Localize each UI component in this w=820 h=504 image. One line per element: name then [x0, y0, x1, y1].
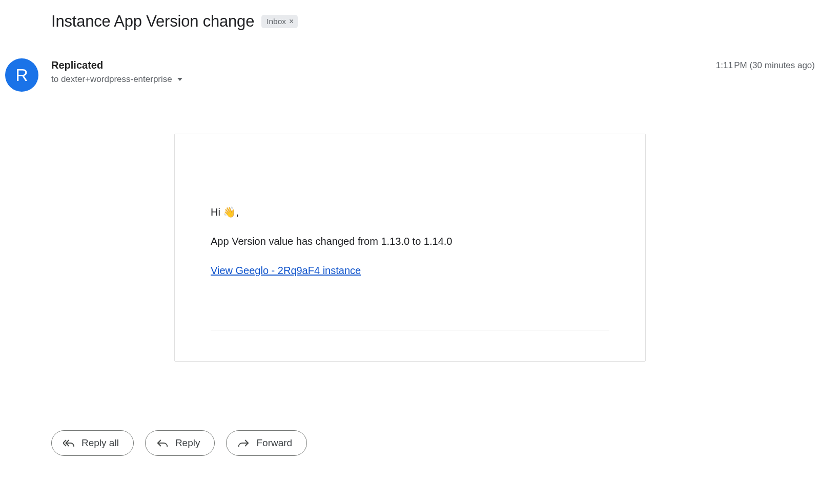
divider	[211, 330, 609, 330]
avatar[interactable]: R	[5, 58, 38, 92]
forward-label: Forward	[256, 437, 292, 449]
subject-row: Instance App Version change Inbox ×	[0, 0, 820, 31]
greeting-line: Hi 👋,	[211, 206, 609, 218]
email-header: R Replicated to dexter+wordpress-enterpr…	[0, 58, 820, 85]
greeting-prefix: Hi	[211, 206, 223, 218]
view-instance-link[interactable]: View Geeglo - 2Rq9aF4 instance	[211, 265, 361, 277]
greeting-suffix: ,	[236, 206, 239, 218]
avatar-letter: R	[15, 65, 28, 85]
reply-all-button[interactable]: Reply all	[51, 430, 134, 456]
timestamp: 1:11 PM (30 minutes ago)	[716, 60, 815, 71]
actions-row: Reply all Reply Forward	[0, 430, 820, 456]
email-subject: Instance App Version change	[51, 12, 254, 31]
reply-button[interactable]: Reply	[145, 430, 215, 456]
chevron-down-icon[interactable]	[177, 78, 182, 81]
inbox-chip[interactable]: Inbox ×	[261, 15, 298, 28]
reply-icon	[157, 438, 168, 448]
recipient-text: to dexter+wordpress-enterprise	[51, 74, 172, 85]
close-icon[interactable]: ×	[289, 17, 294, 26]
body-text: App Version value has changed from 1.13.…	[211, 236, 609, 247]
reply-label: Reply	[175, 437, 200, 449]
inbox-chip-label: Inbox	[266, 17, 286, 26]
sender-name: Replicated	[51, 59, 820, 71]
forward-icon	[238, 438, 249, 448]
reply-all-label: Reply all	[81, 437, 119, 449]
forward-button[interactable]: Forward	[226, 430, 307, 456]
reply-all-icon	[63, 438, 74, 448]
wave-icon: 👋	[223, 206, 236, 218]
email-body-card: Hi 👋, App Version value has changed from…	[174, 134, 646, 362]
